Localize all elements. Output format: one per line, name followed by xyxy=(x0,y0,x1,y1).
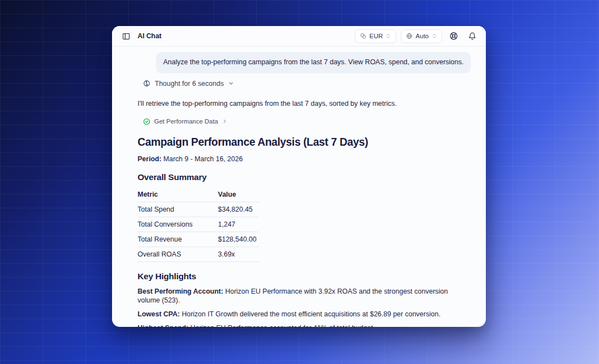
currency-selector[interactable]: EUR xyxy=(355,29,396,43)
report-title: Campaign Performance Analysis (Last 7 Da… xyxy=(138,136,471,148)
chevrons-up-down-icon xyxy=(432,33,437,39)
highlight-text: Horizon EU Performance accounted for 41%… xyxy=(190,324,375,327)
chevron-down-icon xyxy=(228,80,234,86)
table-row: Total Spend $34,820.45 xyxy=(138,202,258,217)
highlights-list: Best Performing Account: Horizon EU Perf… xyxy=(138,287,471,327)
column-header-metric: Metric xyxy=(138,187,218,202)
language-value: Auto xyxy=(415,33,429,39)
summary-table: Metric Value Total Spend $34,820.45 Tota… xyxy=(138,187,258,262)
metric-cell: Overall ROAS xyxy=(138,247,218,262)
chevron-right-icon xyxy=(222,119,227,124)
app-title: AI Chat xyxy=(138,32,161,40)
user-message-bubble: Analyze the top-performing campaigns fro… xyxy=(156,52,471,73)
window-header: AI Chat EUR Auto xyxy=(112,26,486,47)
panel-left-icon xyxy=(122,32,130,40)
notifications-button[interactable] xyxy=(465,29,479,43)
assistant-message: I'll retrieve the top-performing campaig… xyxy=(138,99,471,109)
highlight-item: Best Performing Account: Horizon EU Perf… xyxy=(138,287,463,306)
table-row: Total Revenue $128,540.00 xyxy=(138,232,258,247)
chevrons-up-down-icon xyxy=(385,33,391,39)
coins-icon xyxy=(360,33,367,39)
brain-icon xyxy=(143,80,150,87)
column-header-value: Value xyxy=(218,187,258,202)
tool-call-row[interactable]: Get Performance Data xyxy=(143,118,471,125)
tool-call-label: Get Performance Data xyxy=(154,118,218,125)
globe-icon xyxy=(406,33,413,39)
highlight-label: Best Performing Account: xyxy=(138,288,223,295)
metric-cell: Total Revenue xyxy=(138,232,218,247)
value-cell: 1,247 xyxy=(218,217,258,232)
metric-cell: Total Conversions xyxy=(138,217,218,232)
highlight-item: Highest Spend: Horizon EU Performance ac… xyxy=(138,324,463,327)
chat-scroll-area[interactable]: Analyze the top-performing campaigns fro… xyxy=(112,47,486,327)
highlight-text: Horizon IT Growth delivered the most eff… xyxy=(182,310,440,318)
sidebar-toggle-button[interactable] xyxy=(119,29,133,43)
summary-heading: Overall Summary xyxy=(138,172,471,182)
help-button[interactable] xyxy=(447,29,460,43)
table-header-row: Metric Value xyxy=(138,187,258,202)
period-label: Period: xyxy=(138,155,161,163)
thought-toggle[interactable]: Thought for 6 seconds xyxy=(143,80,471,88)
bell-icon xyxy=(468,32,476,40)
table-row: Total Conversions 1,247 xyxy=(138,217,258,232)
period-value: March 9 - March 16, 2026 xyxy=(164,155,243,163)
value-cell: 3.69x xyxy=(218,247,258,262)
thought-label: Thought for 6 seconds xyxy=(155,80,224,88)
value-cell: $128,540.00 xyxy=(218,232,258,247)
table-row: Overall ROAS 3.69x xyxy=(138,247,258,262)
value-cell: $34,820.45 xyxy=(218,202,258,217)
life-buoy-icon xyxy=(449,32,458,40)
currency-value: EUR xyxy=(369,33,383,39)
metric-cell: Total Spend xyxy=(138,202,218,217)
check-circle-icon xyxy=(143,118,150,125)
highlights-heading: Key Highlights xyxy=(138,271,471,281)
report-period: Period: March 9 - March 16, 2026 xyxy=(138,155,471,163)
language-selector[interactable]: Auto xyxy=(401,29,442,43)
highlight-label: Highest Spend: xyxy=(138,324,189,327)
highlight-label: Lowest CPA: xyxy=(138,310,180,318)
ai-chat-window: AI Chat EUR Auto xyxy=(112,26,486,327)
highlight-item: Lowest CPA: Horizon IT Growth delivered … xyxy=(138,310,463,319)
